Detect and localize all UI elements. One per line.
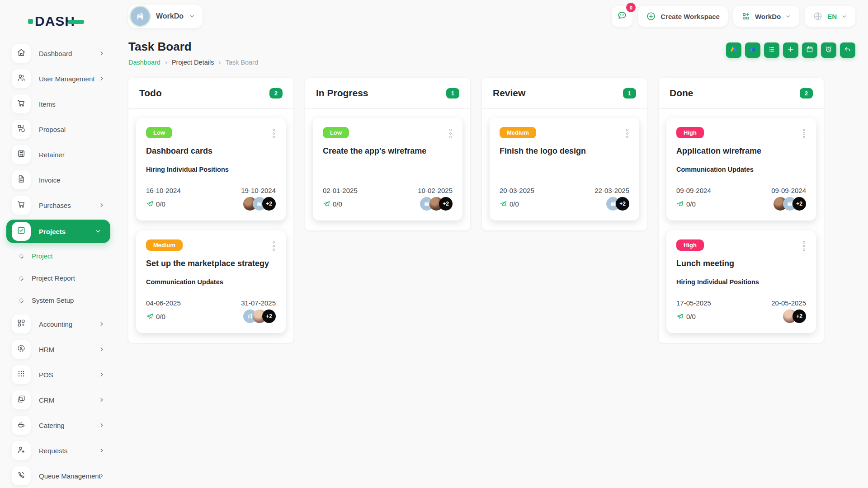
task-milestone <box>323 166 453 174</box>
sidebar-item-purchases[interactable]: Purchases <box>0 192 117 218</box>
breadcrumb: Dashboard › Project Details › Task Board <box>128 58 258 66</box>
alarm-clock-icon <box>825 45 833 55</box>
messages-button[interactable]: 0 <box>612 6 632 27</box>
onedrive-cloud-icon <box>748 45 757 56</box>
breadcrumb-dashboard[interactable]: Dashboard <box>128 59 160 66</box>
hrm-person-icon <box>17 344 26 355</box>
workspace-selector[interactable]: WorkDo <box>128 5 203 28</box>
sidebar-item-items[interactable]: Items <box>0 91 117 117</box>
column-header: Todo 2 <box>128 78 293 109</box>
breadcrumb-separator: › <box>218 58 221 66</box>
list-view-button[interactable] <box>764 42 779 58</box>
sidebar-item-label: Proposal <box>39 126 66 133</box>
task-start-date: 16-10-2024 <box>146 187 181 194</box>
column-done: Done 2 High Application wireframe Commun… <box>659 78 824 343</box>
sidebar-item-label: Retainer <box>39 151 65 159</box>
task-end-date: 19-10-2024 <box>241 187 276 194</box>
card-menu-button[interactable] <box>272 127 276 140</box>
language-code: EN <box>827 13 837 20</box>
main-content: WorkDo 0 Create Workspace WorkDo EN <box>117 0 868 343</box>
proposal-icon <box>17 124 26 135</box>
task-progress: 0/0 <box>156 200 165 208</box>
card-menu-button[interactable] <box>802 127 806 140</box>
sidebar-subitem-label: Project Report <box>32 274 75 282</box>
avatar-stack[interactable]: +2 <box>243 197 276 211</box>
sidebar-item-projects[interactable]: Projects <box>6 220 110 243</box>
task-card[interactable]: High Lunch meeting Hiring Individual Pos… <box>666 230 816 333</box>
send-icon <box>146 313 154 320</box>
breadcrumb-separator: › <box>165 58 167 66</box>
sidebar-item-dashboard[interactable]: Dashboard <box>0 41 117 66</box>
workdo-apps-button[interactable]: WorkDo <box>733 6 799 27</box>
circle-plus-icon <box>646 11 656 21</box>
sidebar-item-crm[interactable]: CRM <box>0 387 117 413</box>
sidebar-item-label: POS <box>39 371 53 379</box>
timer-button[interactable] <box>821 42 836 58</box>
home-icon <box>17 48 26 59</box>
more-members-chip: +2 <box>262 197 276 211</box>
create-workspace-button[interactable]: Create Workspace <box>638 6 728 27</box>
chevron-right-icon <box>99 346 105 352</box>
card-menu-button[interactable] <box>272 239 276 253</box>
sidebar-subitem-project[interactable]: Project <box>0 245 117 267</box>
column-title: Review <box>493 88 525 99</box>
sidebar-item-requests[interactable]: Requests <box>0 438 117 463</box>
bullet-ring-icon <box>18 253 24 259</box>
undo-button[interactable] <box>840 42 855 58</box>
avatar-stack[interactable]: +2 <box>243 310 276 323</box>
task-card[interactable]: Medium Finish the logo design 20-03-2025… <box>490 118 639 221</box>
globe-icon <box>813 11 823 21</box>
app-logo[interactable]: DASH <box>28 14 117 29</box>
avatar-stack[interactable]: +2 <box>606 197 629 211</box>
sidebar-item-retainer[interactable]: Retainer <box>0 142 117 167</box>
task-card[interactable]: Low Dashboard cards Hiring Individual Po… <box>136 118 286 221</box>
copy-squares-icon <box>17 394 26 405</box>
more-members-chip: +2 <box>262 310 276 323</box>
task-card[interactable]: Medium Set up the marketplace strategy C… <box>136 230 286 333</box>
task-milestone: Hiring Individual Positions <box>146 166 276 174</box>
sidebar-item-label: Invoice <box>39 176 61 184</box>
avatar-stack[interactable]: +2 <box>783 310 806 323</box>
google-drive-button[interactable] <box>726 42 741 58</box>
sidebar-item-pos[interactable]: POS <box>0 362 117 387</box>
sidebar-item-invoice[interactable]: Invoice <box>0 167 117 192</box>
bullet-ring-icon <box>18 297 24 304</box>
breadcrumb-project-details[interactable]: Project Details <box>172 59 214 66</box>
language-selector[interactable]: EN <box>805 6 855 27</box>
sidebar-item-label: Queue Management <box>39 472 101 480</box>
task-progress: 0/0 <box>156 313 165 320</box>
priority-badge: Low <box>146 127 172 138</box>
workspace-logo-icon <box>131 7 150 26</box>
sidebar-subitem-project-report[interactable]: Project Report <box>0 267 117 289</box>
task-end-date: 09-09-2024 <box>771 187 806 194</box>
avatar-stack[interactable]: +2 <box>774 197 806 211</box>
task-end-date: 22-03-2025 <box>594 187 629 194</box>
task-card[interactable]: High Application wireframe Communication… <box>666 118 816 221</box>
task-title: Create the app's wireframe <box>323 146 453 156</box>
sidebar-item-proposal[interactable]: Proposal <box>0 117 117 142</box>
grid-plus-icon <box>17 319 26 329</box>
onedrive-button[interactable] <box>745 42 760 58</box>
calendar-button[interactable] <box>802 42 817 58</box>
sidebar-subitem-system-setup[interactable]: System Setup <box>0 289 117 311</box>
card-menu-button[interactable] <box>625 127 629 140</box>
task-card[interactable]: Low Create the app's wireframe 02-01-202… <box>313 118 462 221</box>
sidebar-item-user-management[interactable]: User Management <box>0 66 117 91</box>
column-header: Done 2 <box>659 78 824 109</box>
task-start-date: 02-01-2025 <box>323 187 358 194</box>
sidebar-item-accounting[interactable]: Accounting <box>0 311 117 337</box>
add-task-button[interactable] <box>783 42 798 58</box>
chevron-right-icon <box>99 202 105 208</box>
task-progress: 0/0 <box>333 200 342 208</box>
column-count-badge: 2 <box>800 88 813 99</box>
person-plus-icon <box>17 445 26 456</box>
more-members-chip: +2 <box>793 310 806 323</box>
card-menu-button[interactable] <box>448 127 453 140</box>
sidebar-item-queue-management[interactable]: Queue Management <box>0 463 117 488</box>
card-menu-button[interactable] <box>802 239 806 253</box>
sidebar-item-catering[interactable]: Catering <box>0 413 117 438</box>
chevron-down-icon <box>785 14 791 19</box>
sidebar-item-hrm[interactable]: HRM <box>0 337 117 362</box>
avatar-stack[interactable]: +2 <box>420 197 453 211</box>
calendar-icon <box>806 45 814 55</box>
